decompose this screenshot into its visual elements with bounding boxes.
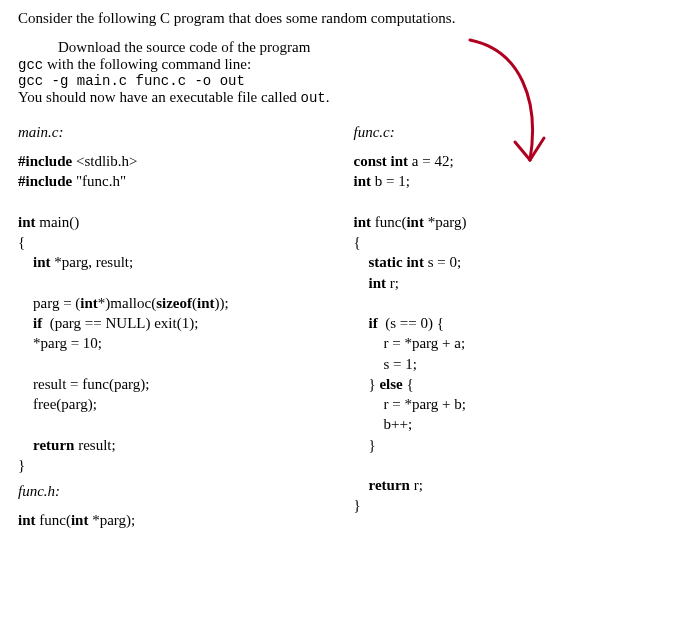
result-prefix: You should now have an executable file c… <box>18 89 301 105</box>
result-line: You should now have an executable file c… <box>18 89 669 106</box>
result-suffix: . <box>326 89 330 105</box>
func-h-label: func.h: <box>18 483 334 500</box>
func-c-label: func.c: <box>354 124 670 141</box>
code-columns: main.c: #include <stdlib.h> #include "fu… <box>18 124 669 530</box>
gcc-rest: with the following command line: <box>43 56 251 72</box>
left-column: main.c: #include <stdlib.h> #include "fu… <box>18 124 334 530</box>
instructions: Download the source code of the program … <box>18 39 669 106</box>
func-c-code: const int a = 42; int b = 1; int func(in… <box>354 151 670 516</box>
main-c-code: #include <stdlib.h> #include "func.h" in… <box>18 151 334 475</box>
func-h-code: int func(int *parg); <box>18 510 334 530</box>
compile-command: gcc -g main.c func.c -o out <box>18 73 669 89</box>
intro-text: Consider the following C program that do… <box>18 10 669 27</box>
main-c-label: main.c: <box>18 124 334 141</box>
right-column: func.c: const int a = 42; int b = 1; int… <box>354 124 670 530</box>
download-line: Download the source code of the program <box>18 39 669 56</box>
gcc-line: gcc with the following command line: <box>18 56 669 73</box>
gcc-word: gcc <box>18 57 43 73</box>
out-name: out <box>301 90 326 106</box>
